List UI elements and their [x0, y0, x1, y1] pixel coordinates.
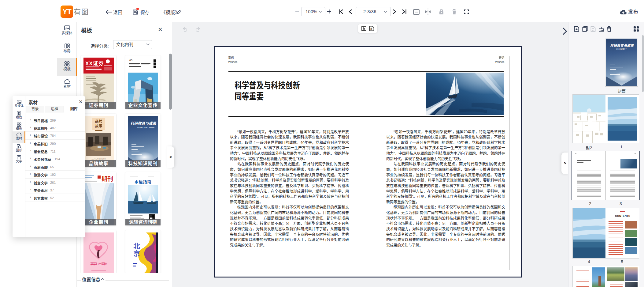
svg-text:京: 京	[133, 250, 140, 257]
svg-text:#: #	[370, 27, 372, 31]
svg-text:北: 北	[133, 242, 140, 250]
